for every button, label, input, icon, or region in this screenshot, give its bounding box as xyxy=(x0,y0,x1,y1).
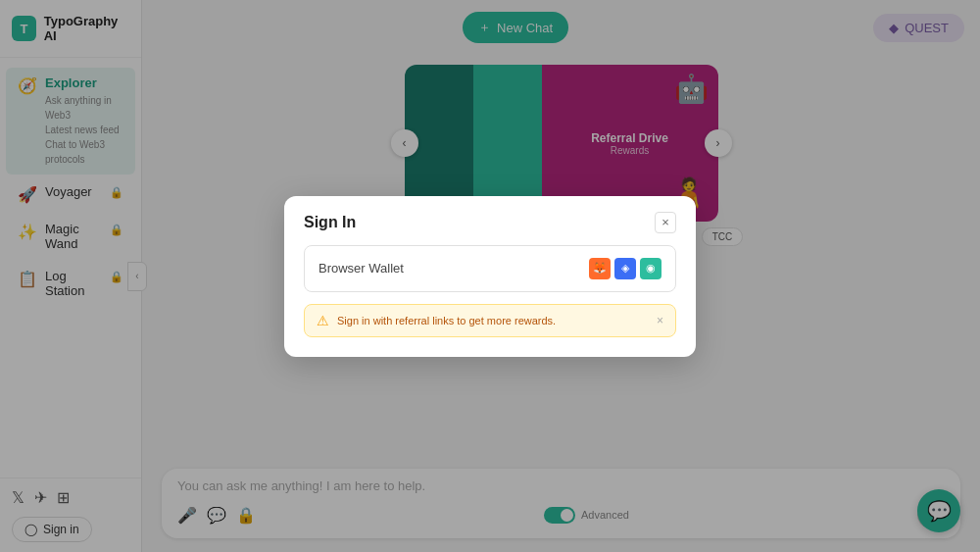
wallet-icon-blue: ◈ xyxy=(614,258,636,279)
sign-in-modal: Sign In × Browser Wallet 🦊 ◈ ◉ ⚠ Sign in… xyxy=(284,196,696,357)
modal-overlay[interactable]: Sign In × Browser Wallet 🦊 ◈ ◉ ⚠ Sign in… xyxy=(0,0,980,552)
wallet-option[interactable]: Browser Wallet 🦊 ◈ ◉ xyxy=(304,245,676,292)
wallet-option-label: Browser Wallet xyxy=(318,261,404,276)
wallet-icon-orange: 🦊 xyxy=(589,258,611,279)
wallet-icons: 🦊 ◈ ◉ xyxy=(589,258,662,279)
alert-bar: ⚠ Sign in with referral links to get mor… xyxy=(304,304,676,337)
alert-icon: ⚠ xyxy=(317,313,329,328)
alert-content: ⚠ Sign in with referral links to get mor… xyxy=(317,313,556,328)
modal-header: Sign In × xyxy=(284,196,696,245)
wallet-icon-green: ◉ xyxy=(640,258,662,279)
alert-close-button[interactable]: × xyxy=(657,314,663,327)
modal-title: Sign In xyxy=(304,214,356,231)
modal-close-button[interactable]: × xyxy=(655,212,676,233)
modal-body: Browser Wallet 🦊 ◈ ◉ ⚠ Sign in with refe… xyxy=(284,245,696,357)
alert-text: Sign in with referral links to get more … xyxy=(337,315,556,326)
